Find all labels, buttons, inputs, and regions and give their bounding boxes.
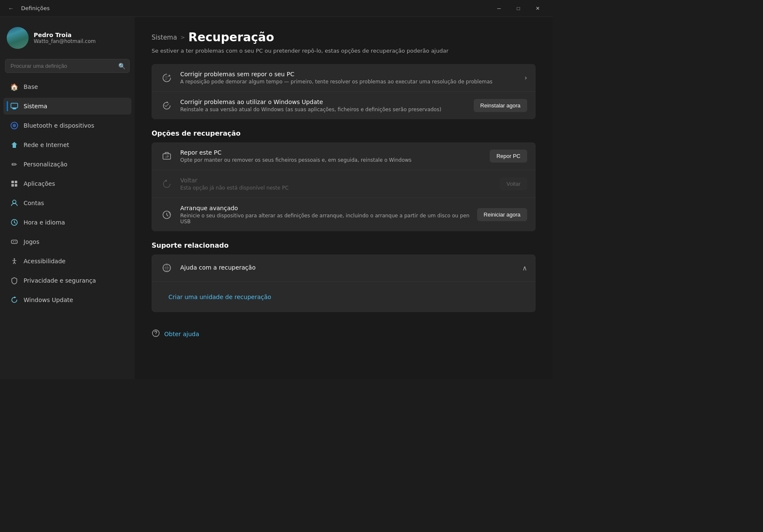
advanced-action[interactable]: Reiniciar agora <box>477 208 527 221</box>
go-back-title: Voltar <box>180 177 493 184</box>
home-icon: 🏠 <box>10 83 19 91</box>
advanced-description: Reinicie o seu dispositivo para alterar … <box>180 213 470 225</box>
reset-description: Opte por manter ou remover os seus fiche… <box>180 157 483 163</box>
fix-no-reset-description: A reposição pode demorar algum tempo — p… <box>180 79 518 85</box>
sidebar-item-label-contas: Contas <box>24 200 44 206</box>
go-back-action: Voltar <box>500 177 527 190</box>
user-name: Pedro Troia <box>34 32 96 38</box>
avatar <box>7 27 29 49</box>
svg-marker-24 <box>14 297 16 298</box>
titlebar-left: ← Definições <box>5 3 50 14</box>
sidebar-item-label-aplicacoes: Aplicações <box>24 180 55 187</box>
reset-icon <box>160 150 173 163</box>
sidebar-item-label-hora: Hora e idioma <box>24 219 65 226</box>
get-help-link[interactable]: Obter ajuda <box>164 331 199 337</box>
sidebar: Pedro Troia Watto_fan@hotmail.com 🔍 🏠 Ba… <box>0 17 135 379</box>
sidebar-item-label-sistema: Sistema <box>24 103 47 110</box>
svg-point-10 <box>13 200 16 203</box>
back-button[interactable]: ← <box>5 3 17 14</box>
sidebar-item-hora[interactable]: Hora e idioma <box>3 214 131 231</box>
voltar-button: Voltar <box>500 177 527 190</box>
fix-windows-update-action[interactable]: Reinstalar agora <box>474 99 527 112</box>
fix-windows-update-description: Reinstale a sua versão atual do Windows … <box>180 107 467 112</box>
sidebar-item-windows-update[interactable]: Windows Update <box>3 291 131 308</box>
svg-marker-5 <box>11 142 17 148</box>
sidebar-item-privacidade[interactable]: Privacidade e segurança <box>3 272 131 289</box>
contas-icon <box>10 199 19 207</box>
fix-item-no-reset: Corrigir problemas sem repor o seu PC A … <box>152 64 536 92</box>
sidebar-item-contas[interactable]: Contas <box>3 195 131 211</box>
fix-windows-update-text: Corrigir problemas ao utilizar o Windows… <box>180 99 467 112</box>
jogos-icon <box>10 238 19 246</box>
go-back-description: Esta opção já não está disponível neste … <box>180 185 493 191</box>
sidebar-item-label-personalizacao: Personalização <box>24 161 67 168</box>
svg-rect-9 <box>15 184 17 187</box>
sidebar-item-sistema[interactable]: Sistema <box>3 98 131 115</box>
recovery-item-go-back: Voltar Esta opção já não está disponível… <box>152 170 536 198</box>
support-link-row: Criar uma unidade de recuperação <box>152 281 536 312</box>
titlebar: ← Definições ─ □ ✕ <box>0 0 552 17</box>
sidebar-item-rede[interactable]: Rede e Internet <box>3 136 131 153</box>
svg-rect-14 <box>11 240 17 243</box>
fix-windows-update-icon <box>160 99 173 112</box>
sidebar-item-acessibilidade[interactable]: Acessibilidade <box>3 253 131 270</box>
recovery-item-reset: Repor este PC Opte por manter ou remover… <box>152 142 536 170</box>
sidebar-item-jogos[interactable]: Jogos <box>3 233 131 250</box>
advanced-startup-icon <box>160 208 173 222</box>
maximize-button[interactable]: □ <box>509 2 528 15</box>
titlebar-controls: ─ □ ✕ <box>489 2 547 15</box>
sidebar-item-label-base: Base <box>24 83 38 90</box>
support-item-label: Ajuda com a recuperação <box>180 264 256 271</box>
fix-windows-update-title: Corrigir problemas ao utilizar o Windows… <box>180 99 467 105</box>
sidebar-item-base[interactable]: 🏠 Base <box>3 78 131 95</box>
acessibilidade-icon <box>10 257 19 265</box>
minimize-button[interactable]: ─ <box>489 2 509 15</box>
svg-point-30 <box>155 335 156 335</box>
svg-point-18 <box>16 242 16 243</box>
sistema-icon <box>10 102 19 110</box>
svg-point-4 <box>13 124 16 127</box>
sidebar-item-label-privacidade: Privacidade e segurança <box>24 277 96 284</box>
repor-pc-button[interactable]: Repor PC <box>490 150 527 163</box>
page-subtitle: Se estiver a ter problemas com o seu PC … <box>152 48 536 54</box>
create-recovery-link[interactable]: Criar uma unidade de recuperação <box>160 289 527 305</box>
svg-line-13 <box>14 222 16 223</box>
sidebar-item-bluetooth[interactable]: Bluetooth e dispositivos <box>3 117 131 134</box>
close-button[interactable]: ✕ <box>528 2 547 15</box>
sidebar-item-personalizacao[interactable]: ✏️ Personalização <box>3 156 131 173</box>
recovery-item-advanced: Arranque avançado Reinicie o seu disposi… <box>152 198 536 231</box>
support-item-help[interactable]: Ajuda com a recuperação ∧ <box>152 254 536 281</box>
bluetooth-icon <box>10 121 19 130</box>
advanced-title: Arranque avançado <box>180 205 470 211</box>
go-back-text: Voltar Esta opção já não está disponível… <box>180 177 493 191</box>
search-box: 🔍 <box>5 59 130 73</box>
windows-update-icon <box>10 296 19 304</box>
fix-no-reset-action: › <box>525 74 527 82</box>
breadcrumb: Sistema > Recuperação <box>152 30 536 44</box>
svg-rect-0 <box>11 103 18 108</box>
reset-text: Repor este PC Opte por manter ou remover… <box>180 149 483 163</box>
sidebar-item-label-windows-update: Windows Update <box>24 297 73 303</box>
privacidade-icon <box>10 276 19 285</box>
reinstalar-agora-button[interactable]: Reinstalar agora <box>474 99 527 112</box>
sidebar-item-aplicacoes[interactable]: Aplicações <box>3 175 131 192</box>
sidebar-item-label-acessibilidade: Acessibilidade <box>24 258 66 265</box>
svg-rect-2 <box>12 108 16 109</box>
svg-rect-1 <box>13 109 16 110</box>
footer-help: Obter ajuda <box>152 322 536 339</box>
svg-line-23 <box>14 262 16 264</box>
reiniciar-agora-button[interactable]: Reiniciar agora <box>477 208 527 221</box>
rede-icon <box>10 141 19 149</box>
svg-rect-7 <box>15 181 17 183</box>
advanced-text: Arranque avançado Reinicie o seu disposi… <box>180 205 470 225</box>
reset-action[interactable]: Repor PC <box>490 150 527 163</box>
app-layout: Pedro Troia Watto_fan@hotmail.com 🔍 🏠 Ba… <box>0 17 552 379</box>
svg-rect-8 <box>11 184 14 187</box>
search-input[interactable] <box>5 59 130 73</box>
support-section: Ajuda com a recuperação ∧ Criar uma unid… <box>152 254 536 312</box>
fix-section: Corrigir problemas sem repor o seu PC A … <box>152 64 536 119</box>
svg-rect-6 <box>11 181 14 183</box>
main-content: Sistema > Recuperação Se estiver a ter p… <box>135 17 552 379</box>
help-icon <box>160 261 173 275</box>
user-profile: Pedro Troia Watto_fan@hotmail.com <box>0 24 135 56</box>
